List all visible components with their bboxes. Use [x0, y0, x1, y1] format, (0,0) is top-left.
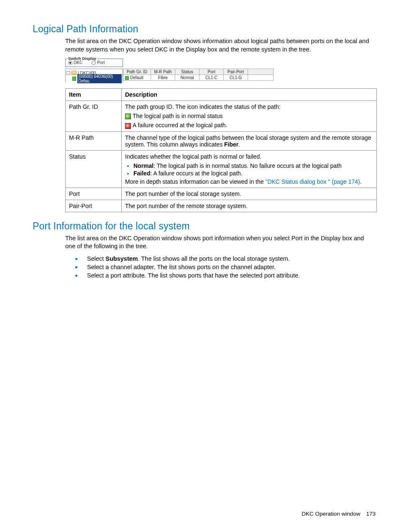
grid-cell-port: CL1-C [200, 75, 224, 81]
grid-data-row[interactable]: Default Fibre Normal CL1-C CL1-G [123, 75, 274, 81]
switch-display-group: Switch Display DKC Port [65, 59, 123, 67]
list-item: Select a channel adapter. The list shows… [82, 263, 376, 270]
tree-status-icon [72, 77, 76, 81]
tree-panel: - LDKC#00 (09500) 64036(00) Defau [65, 69, 123, 82]
status-b2-bold: Failed [133, 170, 150, 177]
status-line2b: . [360, 178, 362, 185]
list-item: Select a port attribute. The list shows … [82, 272, 376, 279]
list-item: Failed: A failure occurs at the logical … [133, 170, 373, 177]
pathgr-line2-text: The logical path is in normal status [133, 113, 223, 119]
section-heading-port-info: Port Information for the local system [33, 221, 376, 232]
description-table: Item Description Path Gr. ID The path gr… [65, 88, 377, 212]
desc-port: The port number of the local storage sys… [122, 188, 377, 200]
grid-cell-mrpath: Fibre [151, 75, 175, 81]
th-description: Description [122, 89, 377, 101]
port-info-list: Select Subsystem. The list shows all the… [65, 255, 376, 279]
status-line1: Indicates whether the logical path is no… [125, 153, 373, 160]
item-port: Port [66, 188, 122, 200]
grid-cell-pathgr-text: Default [130, 75, 143, 80]
section1-intro: The list area on the DKC Operation windo… [65, 37, 376, 54]
page-footer: DKC Operation window173 [302, 511, 376, 517]
table-row: M-R Path The channel type of the logical… [66, 131, 377, 150]
desc-mrpath: The channel type of the logical paths be… [122, 131, 377, 150]
b1-c: . The list shows all the ports on the lo… [138, 255, 290, 262]
row-status-icon [125, 76, 129, 80]
status-normal-icon [125, 113, 131, 119]
grid-header-row: Path Gr. ID M-R Path Status Port Pair-Po… [123, 69, 274, 75]
grid-cell-blank [248, 75, 274, 81]
radio-unselected-icon [92, 61, 96, 65]
status-b2-text: : A failure occurs at the logical path. [150, 170, 242, 177]
list-item: Normal: The logical path is in normal st… [133, 162, 373, 169]
status-b1-bold: Normal [133, 162, 153, 169]
dkc-status-link[interactable]: "DKC Status dialog box " (page 174) [265, 178, 360, 185]
footer-label: DKC Operation window [302, 511, 360, 517]
status-b1-text: : The logical path is in normal status. … [153, 162, 342, 169]
list-item: Select Subsystem. The list shows all the… [82, 255, 376, 262]
th-item: Item [66, 89, 122, 101]
pathgr-line3: A failure occurred at the logical path. [125, 122, 373, 129]
mrpath-text-a: The channel type of the logical paths be… [125, 134, 371, 148]
grid-cell-status: Normal [175, 75, 200, 81]
radio-selected-icon [68, 61, 72, 65]
table-row: Status Indicates whether the logical pat… [66, 150, 377, 188]
page-number: 173 [366, 511, 376, 517]
radio-port-label: Port [97, 60, 105, 65]
item-mrpath: M-R Path [66, 131, 122, 150]
section2-intro: The list area on the DKC Operation windo… [65, 234, 376, 251]
section-heading-logical-path: Logical Path Information [33, 23, 376, 35]
b1-a: Select [87, 255, 105, 262]
status-bullet-list: Normal: The logical path is in normal st… [125, 162, 373, 177]
b1-b: Subsystem [105, 255, 138, 262]
radio-port[interactable]: Port [92, 60, 105, 65]
desc-status: Indicates whether the logical path is no… [122, 150, 377, 188]
tree-child-label: (09500) 64036(00) Defau [77, 74, 122, 83]
item-pairport: Pair-Port [66, 200, 122, 212]
status-failed-icon [125, 123, 131, 129]
tree-collapse-icon[interactable]: - [66, 71, 70, 75]
mrpath-text-c: . [238, 141, 240, 148]
grid-h-pathgr[interactable]: Path Gr. ID [123, 69, 151, 75]
switch-display-legend: Switch Display [67, 56, 97, 61]
grid-h-status[interactable]: Status [175, 69, 200, 75]
radio-dkc-label: DKC [74, 60, 82, 65]
desc-pairport: The port number of the remote storage sy… [122, 200, 377, 212]
pathgr-line3-text: A failure occurred at the logical path. [133, 122, 227, 129]
item-pathgr: Path Gr. ID [66, 101, 122, 132]
table-row: Pair-Port The port number of the remote … [66, 200, 377, 212]
table-row: Path Gr. ID The path group ID. The icon … [66, 101, 377, 132]
tree-child-row[interactable]: (09500) 64036(00) Defau [66, 76, 122, 82]
folder-icon [72, 71, 77, 75]
item-status: Status [66, 150, 122, 188]
grid-h-blank [248, 69, 274, 75]
pathgr-line1: The path group ID. The icon indicates th… [125, 103, 373, 110]
status-line2a: More in depth status information can be … [125, 178, 265, 185]
grid-h-mrpath[interactable]: M-R Path [151, 69, 175, 75]
pathgr-line2: The logical path is in normal status [125, 113, 373, 119]
grid-h-pairport[interactable]: Pair-Port [224, 69, 248, 75]
table-row: Port The port number of the local storag… [66, 188, 377, 200]
desc-pathgr: The path group ID. The icon indicates th… [122, 101, 377, 132]
grid-h-port[interactable]: Port [200, 69, 224, 75]
figure-dkc-operation: Switch Display DKC Port - [65, 59, 274, 82]
mrpath-text-b: Fiber [224, 141, 238, 148]
grid-panel: Path Gr. ID M-R Path Status Port Pair-Po… [123, 69, 274, 82]
radio-dkc[interactable]: DKC [68, 60, 82, 65]
status-line2: More in depth status information can be … [125, 178, 373, 185]
grid-cell-pairport: CL1-G [224, 75, 248, 81]
grid-cell-pathgr: Default [123, 75, 151, 81]
table-header-row: Item Description [66, 89, 377, 101]
